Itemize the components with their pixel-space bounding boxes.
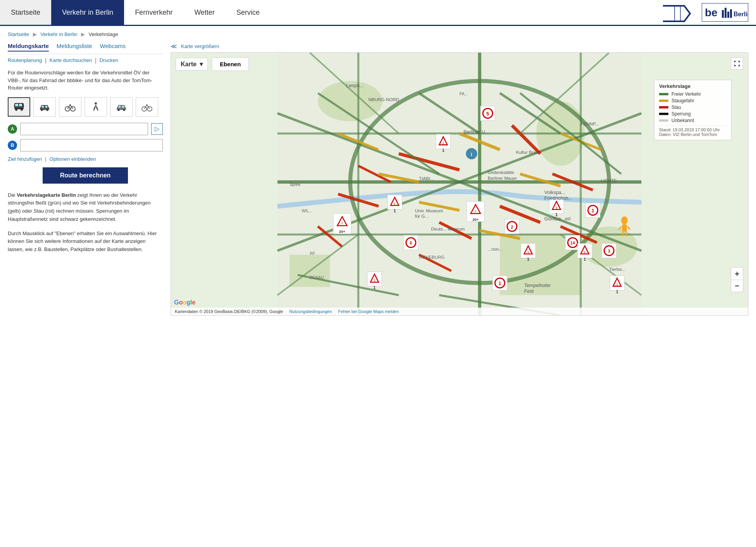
transport-car2[interactable] bbox=[110, 97, 133, 117]
tab-webcams[interactable]: Webcams bbox=[100, 43, 126, 52]
svg-rect-12 bbox=[15, 107, 23, 107]
legend-label-free: Freier Verkehr bbox=[671, 91, 701, 97]
legend-stau: Stau bbox=[659, 105, 727, 110]
legend-color-stau bbox=[659, 106, 668, 108]
zoom-out-button[interactable]: − bbox=[731, 280, 743, 292]
route-marker-b: B bbox=[8, 141, 17, 150]
google-logo: Google bbox=[174, 299, 195, 306]
route-to-row: B bbox=[8, 139, 163, 151]
calculate-route-button[interactable]: Route berechnen bbox=[43, 167, 128, 184]
transport-bus[interactable] bbox=[8, 97, 30, 117]
google-g2: g bbox=[186, 299, 190, 306]
svg-point-29 bbox=[118, 109, 120, 111]
svg-text:1: 1 bbox=[592, 208, 594, 213]
nav-item-service[interactable]: Service bbox=[226, 0, 271, 25]
options-link[interactable]: Optionen einblenden bbox=[50, 156, 96, 162]
svg-point-21 bbox=[47, 109, 48, 111]
map-type-chevron: ▾ bbox=[200, 60, 203, 68]
svg-rect-19 bbox=[45, 106, 47, 108]
verkehrslagekarte-info: Die Verkehrslagekarte Berlin zeigt Ihnen… bbox=[8, 191, 163, 224]
berlin-logo: be Berlin bbox=[702, 3, 748, 22]
route-to-input[interactable] bbox=[20, 139, 163, 151]
svg-rect-10 bbox=[15, 104, 18, 106]
link-row: Routenplanung | Karte durchsuchen | Druc… bbox=[8, 57, 163, 64]
svg-text:Leopo...: Leopo... bbox=[346, 83, 364, 88]
svg-text:RF: RF bbox=[310, 251, 315, 256]
transport-bicycle[interactable] bbox=[59, 97, 81, 117]
legend-color-unbekannt bbox=[659, 119, 668, 122]
legend-freier-verkehr: Freier Verkehr bbox=[659, 91, 727, 97]
google-g: G bbox=[174, 299, 179, 306]
svg-text:1: 1 bbox=[373, 286, 376, 290]
map-type-label: Karte bbox=[181, 61, 197, 68]
svg-point-33 bbox=[146, 104, 148, 106]
legend-label-staugefahr: Staugefahr bbox=[671, 98, 694, 103]
ebenen-button[interactable]: Ebenen bbox=[212, 57, 249, 71]
svg-text:Görlitze...erl: Görlitze...erl bbox=[544, 216, 570, 222]
route-from-input[interactable] bbox=[20, 123, 148, 135]
legend-label-unbekannt: Unbekannt bbox=[671, 118, 694, 123]
svg-text:1: 1 bbox=[583, 257, 586, 261]
map-container[interactable]: ! 1 ! 1 5 6 bbox=[171, 52, 748, 316]
map-nutzungsbedingungen[interactable]: Nutzungsbedingungen bbox=[289, 309, 332, 314]
svg-text:DENAU: DENAU bbox=[310, 275, 324, 280]
svg-point-14 bbox=[21, 108, 23, 111]
drucken-link[interactable]: Drucken bbox=[100, 57, 118, 64]
tab-meldungskarte[interactable]: Meldungskarte bbox=[8, 43, 49, 52]
map-fehler-melden[interactable]: Fehler bei Google Maps melden bbox=[338, 309, 399, 314]
map-type-selector[interactable]: Karte ▾ bbox=[176, 58, 208, 71]
link-sep-2: | bbox=[95, 57, 97, 64]
svg-point-20 bbox=[41, 109, 43, 111]
svg-text:1: 1 bbox=[499, 281, 501, 286]
svg-text:3: 3 bbox=[608, 249, 610, 253]
zoom-in-button[interactable]: + bbox=[731, 267, 743, 280]
nav-item-fernverkehr[interactable]: Fernverkehr bbox=[124, 0, 183, 25]
svg-text:!: ! bbox=[556, 206, 557, 210]
svg-text:Spree: Spree bbox=[290, 182, 300, 187]
nav-item-wetter[interactable]: Wetter bbox=[183, 0, 226, 25]
nav-item-verkehr[interactable]: Verkehr in Berlin bbox=[51, 0, 124, 25]
svg-text:Berlin: Berlin bbox=[734, 11, 748, 17]
svg-text:1: 1 bbox=[616, 290, 618, 294]
svg-text:14: 14 bbox=[570, 241, 575, 245]
breadcrumb-startseite[interactable]: Startseite bbox=[8, 31, 29, 37]
route-links: Ziel hinzufügen | Optionen einblenden bbox=[8, 156, 163, 162]
expand-icon: ≪ bbox=[171, 43, 177, 50]
svg-text:2: 2 bbox=[511, 225, 513, 229]
svg-text:...rion...: ...rion... bbox=[488, 247, 502, 251]
tab-meldungsliste[interactable]: Meldungsliste bbox=[57, 43, 92, 52]
legend-color-sperrung bbox=[659, 113, 668, 115]
svg-rect-6 bbox=[727, 12, 729, 18]
svg-text:Univ. Museum: Univ. Museum bbox=[415, 208, 443, 213]
route-marker-a: A bbox=[8, 124, 17, 134]
karte-durchsuchen-link[interactable]: Karte durchsuchen bbox=[50, 57, 92, 64]
svg-text:20+: 20+ bbox=[473, 218, 479, 222]
breadcrumb-sep-2: ▶ bbox=[81, 31, 85, 37]
top-navigation: Startseite Verkehr in Berlin Fernverkehr… bbox=[0, 0, 756, 26]
transport-car[interactable] bbox=[33, 97, 56, 117]
svg-rect-28 bbox=[122, 106, 124, 108]
map-fullscreen-button[interactable] bbox=[731, 57, 743, 70]
route-swap-button[interactable]: ▷ bbox=[151, 123, 163, 135]
routenplanung-link[interactable]: Routenplanung bbox=[8, 57, 42, 64]
svg-text:Kultur Brau...: Kultur Brau... bbox=[516, 150, 542, 155]
svg-rect-11 bbox=[19, 104, 22, 106]
transport-walk[interactable] bbox=[85, 97, 107, 117]
bicycle2-icon bbox=[141, 101, 153, 113]
ebenen-info: Durch Mausklick auf "Ebenen" erhalten Si… bbox=[8, 230, 163, 254]
svg-text:Friedrichsh...: Friedrichsh... bbox=[544, 196, 572, 201]
map-footer: Kartendaten © 2019 GeoBasis-DE/BKG (©200… bbox=[171, 308, 748, 315]
map-expand-link[interactable]: Karte vergrößern bbox=[181, 43, 219, 49]
route-from-row: A ▷ bbox=[8, 123, 163, 135]
legend-label-stau: Stau bbox=[671, 105, 681, 110]
legend-stand: Stand: 19.03.2019 17:00:00 Uhr bbox=[659, 127, 727, 132]
bicycle-icon bbox=[64, 101, 76, 113]
legend-color-free bbox=[659, 93, 668, 95]
nav-item-startseite[interactable]: Startseite bbox=[0, 0, 51, 25]
svg-text:Gedenkstätte: Gedenkstätte bbox=[488, 170, 514, 175]
svg-text:1: 1 bbox=[394, 209, 396, 213]
add-destination-link[interactable]: Ziel hinzufügen bbox=[8, 156, 42, 162]
transport-bicycle2[interactable] bbox=[136, 97, 158, 117]
breadcrumb-verkehr[interactable]: Verkehr in Berlin bbox=[40, 31, 77, 37]
car2-icon bbox=[116, 101, 127, 113]
